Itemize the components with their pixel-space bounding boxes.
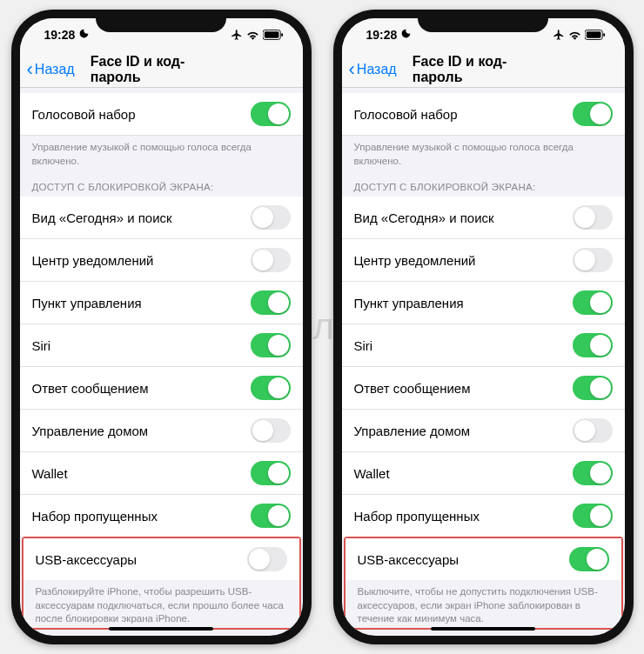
control-toggle[interactable] — [251, 290, 291, 315]
voice-dial-toggle[interactable] — [251, 102, 291, 126]
siri-label: Siri — [32, 338, 51, 353]
usb-row[interactable]: USB-аксессуары — [23, 538, 299, 580]
usb-row[interactable]: USB-аксессуары — [345, 538, 621, 580]
home-toggle[interactable] — [251, 418, 291, 443]
reply-toggle[interactable] — [573, 376, 613, 400]
content-area: Голосовой набор Управление музыкой с пом… — [20, 88, 303, 636]
back-button[interactable]: ‹ Назад — [27, 60, 75, 79]
control-row[interactable]: Пункт управления — [20, 282, 303, 324]
usb-highlight: USB-аксессуары Выключите, чтобы не допус… — [344, 537, 623, 630]
wallet-row[interactable]: Wallet — [342, 452, 625, 495]
siri-toggle[interactable] — [251, 333, 291, 357]
chevron-left-icon: ‹ — [27, 60, 33, 79]
home-row[interactable]: Управление домом — [20, 410, 303, 452]
siri-label: Siri — [354, 338, 373, 353]
control-label: Пункт управления — [32, 296, 142, 310]
back-button[interactable]: ‹ Назад — [349, 60, 397, 79]
wallet-toggle[interactable] — [573, 461, 613, 485]
notch — [418, 10, 548, 32]
siri-toggle[interactable] — [573, 333, 613, 357]
airplane-icon — [231, 29, 243, 41]
nav-title: Face ID и код-пароль — [91, 54, 232, 85]
nav-bar: ‹ Назад Face ID и код-пароль — [20, 51, 303, 88]
home-indicator[interactable] — [431, 627, 535, 631]
dnd-icon — [400, 28, 412, 42]
wifi-icon — [246, 30, 259, 40]
usb-label: USB-аксессуары — [358, 552, 460, 567]
svg-rect-1 — [264, 31, 278, 37]
lock-access-header: ДОСТУП С БЛОКИРОВКОЙ ЭКРАНА: — [342, 170, 625, 197]
missed-row[interactable]: Набор пропущенных — [20, 495, 303, 537]
today-row[interactable]: Вид «Сегодня» и поиск — [20, 197, 303, 239]
airplane-icon — [553, 29, 565, 41]
missed-row[interactable]: Набор пропущенных — [342, 495, 625, 537]
today-label: Вид «Сегодня» и поиск — [32, 210, 172, 225]
status-time: 19:28 — [366, 28, 398, 42]
notch — [96, 10, 226, 32]
notif-toggle[interactable] — [573, 248, 613, 272]
voice-dial-footer: Управление музыкой с помощью голоса всег… — [20, 136, 303, 170]
today-toggle[interactable] — [573, 205, 613, 230]
content-area: Голосовой набор Управление музыкой с пом… — [342, 88, 625, 636]
battery-icon — [263, 30, 284, 40]
home-indicator[interactable] — [109, 627, 213, 631]
lock-access-header: ДОСТУП С БЛОКИРОВКОЙ ЭКРАНА: — [20, 170, 303, 197]
lock-access-group: Вид «Сегодня» и поиск Центр уведомлений … — [20, 197, 303, 537]
reply-label: Ответ сообщением — [32, 381, 149, 396]
wallet-row[interactable]: Wallet — [20, 452, 303, 495]
status-time: 19:28 — [44, 28, 76, 42]
home-row[interactable]: Управление домом — [342, 410, 625, 452]
screen: 19:28 ‹ Назад Face ID и код-пароль Голос… — [342, 18, 625, 636]
notif-row[interactable]: Центр уведомлений — [20, 239, 303, 282]
today-label: Вид «Сегодня» и поиск — [354, 210, 494, 225]
lock-access-group: Вид «Сегодня» и поиск Центр уведомлений … — [342, 197, 625, 537]
missed-label: Набор пропущенных — [32, 509, 158, 524]
home-label: Управление домом — [32, 424, 149, 438]
control-toggle[interactable] — [573, 290, 613, 315]
usb-toggle[interactable] — [247, 547, 287, 571]
dnd-icon — [78, 28, 90, 42]
today-row[interactable]: Вид «Сегодня» и поиск — [342, 197, 625, 239]
home-label: Управление домом — [354, 424, 471, 438]
nav-bar: ‹ Назад Face ID и код-пароль — [342, 51, 625, 88]
reply-label: Ответ сообщением — [354, 381, 471, 396]
phone-frame-left: 19:28 ‹ Назад Face ID и код-пароль Голос… — [11, 10, 312, 644]
voice-dial-footer: Управление музыкой с помощью голоса всег… — [342, 136, 625, 170]
notif-label: Центр уведомлений — [32, 253, 154, 268]
control-row[interactable]: Пункт управления — [342, 282, 625, 324]
home-toggle[interactable] — [573, 418, 613, 443]
wallet-toggle[interactable] — [251, 461, 291, 485]
svg-rect-2 — [281, 33, 283, 37]
notif-label: Центр уведомлений — [354, 253, 476, 268]
voice-dial-label: Голосовой набор — [354, 107, 458, 122]
control-label: Пункт управления — [354, 296, 464, 310]
reply-row[interactable]: Ответ сообщением — [342, 367, 625, 410]
missed-toggle[interactable] — [573, 504, 613, 528]
usb-label: USB-аксессуары — [36, 552, 138, 567]
phone-frame-right: 19:28 ‹ Назад Face ID и код-пароль Голос… — [333, 10, 634, 644]
usb-footer: Выключите, чтобы не допустить подключени… — [345, 580, 621, 628]
voice-dial-toggle[interactable] — [573, 102, 613, 126]
screen: 19:28 ‹ Назад Face ID и код-пароль Голос… — [20, 18, 303, 636]
svg-rect-4 — [586, 31, 600, 37]
svg-rect-5 — [603, 33, 605, 37]
notif-toggle[interactable] — [251, 248, 291, 272]
siri-row[interactable]: Siri — [20, 324, 303, 367]
voice-dial-row[interactable]: Голосовой набор — [20, 93, 303, 136]
battery-icon — [585, 30, 606, 40]
usb-highlight: USB-аксессуары Разблокируйте iPhone, что… — [22, 537, 301, 630]
missed-toggle[interactable] — [251, 504, 291, 528]
wifi-icon — [568, 30, 581, 40]
usb-footer: Разблокируйте iPhone, чтобы разрешить US… — [23, 580, 299, 628]
voice-dial-row[interactable]: Голосовой набор — [342, 93, 625, 136]
missed-label: Набор пропущенных — [354, 509, 480, 524]
reply-toggle[interactable] — [251, 376, 291, 400]
today-toggle[interactable] — [251, 205, 291, 230]
notif-row[interactable]: Центр уведомлений — [342, 239, 625, 282]
reply-row[interactable]: Ответ сообщением — [20, 367, 303, 410]
chevron-left-icon: ‹ — [349, 60, 355, 79]
usb-toggle[interactable] — [569, 547, 609, 571]
voice-dial-label: Голосовой набор — [32, 107, 136, 122]
wallet-label: Wallet — [354, 466, 390, 481]
siri-row[interactable]: Siri — [342, 324, 625, 367]
